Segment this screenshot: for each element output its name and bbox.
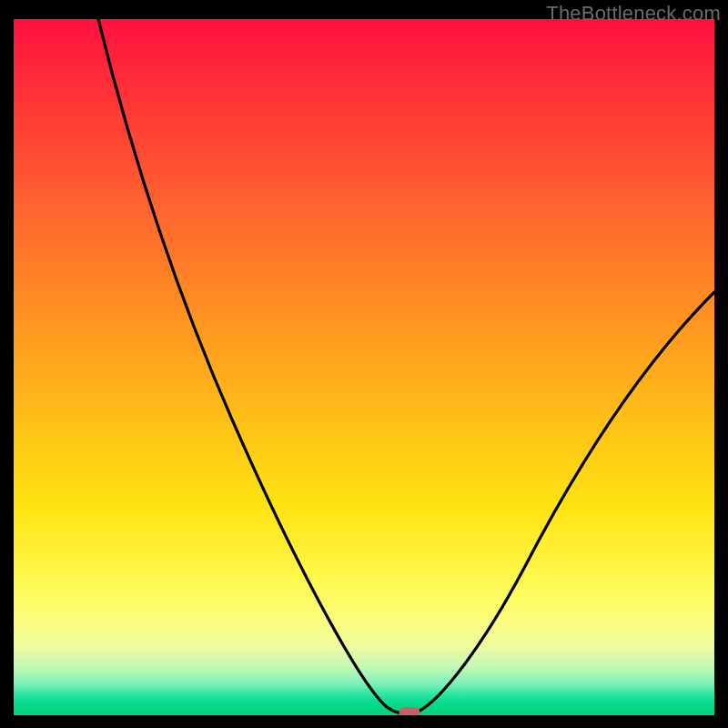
curve-path	[98, 19, 714, 714]
watermark-text: TheBottleneck.com	[546, 2, 721, 25]
optimum-marker	[399, 707, 420, 715]
chart-frame: TheBottleneck.com	[0, 0, 728, 728]
plot-area	[14, 19, 714, 715]
bottleneck-curve	[14, 19, 714, 715]
